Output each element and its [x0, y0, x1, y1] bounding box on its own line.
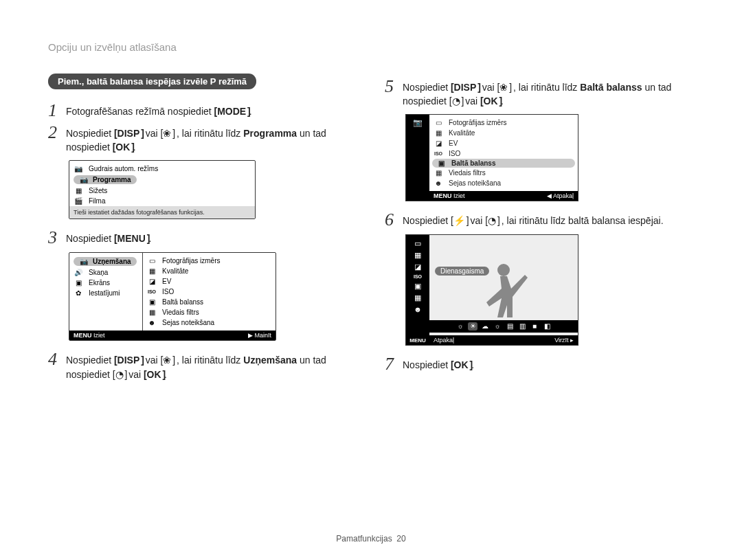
- timer-icon: ◔: [485, 215, 499, 226]
- right-column: 5 Nospiediet DISP vai ❀ , lai ritinātu l…: [385, 74, 694, 385]
- page-footer: Pamatfunkcijas 20: [0, 534, 742, 544]
- two-column-layout: Piem., baltā balansa iespējas izvēle P r…: [48, 74, 694, 385]
- list-item: ▦ Sižets: [69, 186, 255, 196]
- list-item-selected: 📷 Programma: [69, 174, 255, 186]
- camera-icon: 📷: [413, 119, 423, 126]
- movie-icon: 🎬: [74, 197, 83, 205]
- example-pill: Piem., baltā balansa iespējas izvēle P r…: [48, 74, 256, 89]
- lcd-bottom-bar: Atpakaļ Virzīt ▸: [429, 335, 578, 345]
- list-item: ☻Sejas noteikšana: [143, 317, 276, 328]
- lcd-category-strip: 📷: [406, 115, 429, 201]
- wb-option: ☼: [456, 322, 465, 331]
- live-preview: Dienasgaisma ☼ ☀ ☁ ☼ ▤ ▥ ■ ◧ Atpaka: [429, 235, 578, 345]
- flash-icon: ⚡: [451, 215, 468, 226]
- ok-button-label: OK: [113, 140, 133, 154]
- list-item: ✿ Iestatījumi: [69, 288, 142, 298]
- left-column: Piem., baltā balansa iespējas izvēle P r…: [48, 74, 357, 385]
- strip-icon: ▦: [414, 251, 421, 260]
- camera-icon: 📷: [74, 165, 83, 172]
- strip-icon: ▦: [414, 293, 421, 302]
- ok-button-label: OK: [451, 358, 471, 372]
- list-item-selected: 📷 Uzņemšana: [69, 256, 142, 267]
- list-item: ▦Viedais filtrs: [429, 168, 578, 178]
- list-item: ▦Viedais filtrs: [143, 307, 276, 317]
- step-text: Fotografēšanas režīmā nospiediet MODE.: [66, 102, 357, 118]
- scene-icon: ▦: [74, 187, 83, 194]
- wb-option: ▥: [517, 322, 527, 331]
- strip-icon: ▣: [414, 282, 421, 291]
- settings-items: ▭Fotogrāfijas izmērs ▦Kvalitāte ◪EV ISOI…: [142, 253, 276, 331]
- left-arrow-icon: ◀: [547, 192, 552, 199]
- lcd-wb-menu: 📷 ▭Fotogrāfijas izmērs ▦Kvalitāte ◪EV IS…: [405, 114, 578, 201]
- list-item: ▭Fotogrāfijas izmērs: [143, 256, 276, 266]
- lcd-mode-menu: 📷 Gudrais autom. režīms 📷 Programma ▦ Si…: [69, 160, 256, 220]
- list-item: ▣ Ekrāns: [69, 278, 142, 288]
- step-text: Nospiediet DISP vai ❀ , lai ritinātu līd…: [66, 124, 357, 155]
- disp-button-label: DISP: [114, 353, 143, 367]
- list-item: ◪EV: [429, 138, 578, 148]
- step-5: 5 Nospiediet DISP vai ❀ , lai ritinātu l…: [385, 78, 694, 109]
- list-item: ☻Sejas noteikšana: [429, 178, 578, 188]
- wb-option-selected: ☀: [468, 322, 477, 331]
- step-3: 3 Nospiediet MENU.: [48, 229, 357, 247]
- mode-button-label: MODE: [214, 104, 249, 118]
- list-label: Sižets: [89, 187, 107, 194]
- step-number: 4: [48, 350, 66, 368]
- list-item: ▦Kvalitāte: [429, 128, 578, 138]
- step-6: 6 Nospiediet ⚡ vai ◔ , lai ritinātu līdz…: [385, 211, 694, 229]
- list-item: ▣Baltā balanss: [143, 297, 276, 307]
- list-item: 🔊 Skaņa: [69, 267, 142, 278]
- list-item: 📷 Gudrais autom. režīms: [69, 164, 255, 174]
- list-item: 🎬 Filma: [69, 196, 255, 206]
- macro-icon: ❀: [497, 82, 511, 93]
- wb-option: ☁: [480, 322, 490, 331]
- step-1: 1 Fotografēšanas režīmā nospiediet MODE.: [48, 102, 357, 120]
- timer-icon: ◔: [113, 369, 126, 380]
- step-text: Nospiediet ⚡ vai ◔ , lai ritinātu līdz b…: [403, 211, 694, 227]
- strip-icon: ▭: [414, 239, 421, 248]
- camera-icon: 📷: [79, 176, 89, 183]
- menu-button-label: MENU: [74, 332, 92, 339]
- settings-tabs: 📷 Uzņemšana 🔊 Skaņa ▣ Ekrāns: [69, 253, 142, 331]
- wb-value-chip: Dienasgaisma: [435, 267, 489, 276]
- strip-icon: ISO: [414, 274, 422, 279]
- list-label: Programma: [93, 176, 131, 183]
- ok-button-label: OK: [480, 94, 501, 108]
- list-label: Gudrais autom. režīms: [89, 165, 158, 172]
- page-number: 20: [396, 534, 405, 544]
- menu-button-label: MENU: [114, 232, 148, 245]
- step-number: 3: [48, 229, 66, 247]
- step-text: Nospiediet OK.: [403, 355, 694, 372]
- list-item: ◪EV: [143, 276, 276, 287]
- lcd-wb-preview: ▭ ▦ ◪ ISO ▣ ▦ ☻ MENU: [405, 234, 578, 346]
- step-text: Nospiediet DISP vai ❀ , lai ritinātu līd…: [66, 350, 357, 381]
- display-icon: ▣: [74, 279, 83, 287]
- list-label: Filma: [89, 197, 105, 205]
- step-text: Nospiediet MENU.: [66, 229, 357, 245]
- disp-button-label: DISP: [114, 126, 143, 140]
- wb-option-strip: ☼ ☀ ☁ ☼ ▤ ▥ ■ ◧: [429, 320, 578, 333]
- ok-button-label: OK: [144, 368, 164, 381]
- strip-icon: ☻: [414, 305, 422, 313]
- footer-section: Pamatfunkcijas: [336, 534, 392, 544]
- lcd-settings-menu: 📷 Uzņemšana 🔊 Skaņa ▣ Ekrāns: [69, 252, 276, 341]
- step-4: 4 Nospiediet DISP vai ❀ , lai ritinātu l…: [48, 350, 357, 381]
- sound-icon: 🔊: [74, 269, 83, 276]
- timer-icon: ◔: [449, 96, 463, 107]
- macro-icon: ❀: [161, 355, 175, 366]
- section-heading: Opciju un izvēlņu atlasīšana: [48, 41, 694, 53]
- wb-option: ☼: [493, 322, 502, 331]
- mode-description: Tieši iestatiet dažādas fotografēšanas f…: [69, 206, 255, 219]
- manual-page: Opciju un izvēlņu atlasīšana Piem., balt…: [0, 0, 742, 560]
- list-item-selected: ▣Baltā balanss: [432, 159, 575, 168]
- step-number: 7: [385, 355, 403, 373]
- wb-option: ▤: [505, 322, 515, 331]
- wb-option: ■: [530, 322, 539, 331]
- step-text: Nospiediet DISP vai ❀ , lai ritinātu līd…: [403, 78, 694, 109]
- list-item: ▭Fotogrāfijas izmērs: [429, 117, 578, 128]
- strip-icon: ◪: [414, 262, 421, 271]
- step-7: 7 Nospiediet OK.: [385, 355, 694, 373]
- lcd-bottom-bar: MENU Iziet ▶ Mainīt: [69, 331, 276, 340]
- right-arrow-icon: ▶: [248, 332, 253, 339]
- list-item: ▦Kvalitāte: [143, 266, 276, 276]
